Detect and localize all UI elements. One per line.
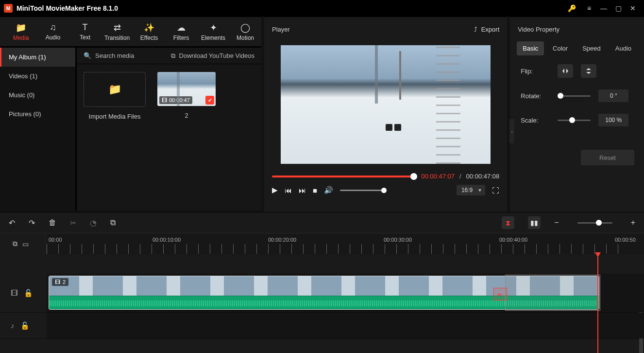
flip-vertical-button[interactable] [581,64,596,78]
flip-label: Flip: [521,68,550,75]
library-panel: 📁Media ♫Audio TText ⇄Transition ✨Effects… [0,17,261,212]
delete-button[interactable]: 🗑 [49,218,56,227]
minimize-button[interactable]: — [596,4,611,12]
player-title: Player [272,26,290,33]
lock-icon[interactable]: 🔓 [24,289,33,298]
main-tab-strip: 📁Media ♫Audio TText ⇄Transition ✨Effects… [0,17,261,48]
rotate-value[interactable]: 0 ° [598,89,628,102]
library-sidebar: My Album (1) Videos (1) Music (0) Pictur… [0,48,77,211]
player-panel: Player ⤴ Export 00:00:47:07 / 00:00:47:0… [264,17,507,212]
properties-panel: › Video Property Basic Color Speed Audio… [510,17,644,212]
thumbnail-caption: 2 [185,112,188,119]
transition-icon: ⇄ [101,22,133,33]
add-track-button[interactable]: ⧉ [13,240,17,248]
sidebar-item-my-album[interactable]: My Album (1) [0,48,75,67]
timeline-panel: ↶ ↷ 🗑 ✂ ◔ ⧉ ⧗ ▮▮ − + ⧉ ▭ 00:00 00:00:10:… [0,212,644,353]
crop-button[interactable]: ⧉ [110,218,116,227]
rotate-label: Rotate: [521,92,550,100]
collapse-properties-button[interactable]: › [509,119,514,143]
export-icon: ⤴ [474,26,477,33]
video-clip[interactable]: 🎞 2 [49,276,599,310]
next-frame-button[interactable]: ⏭ [299,186,306,194]
properties-title: Video Property [510,17,644,41]
zoom-out-button[interactable]: − [554,218,559,227]
folder-plus-icon: 📁 [108,83,121,96]
tab-filters[interactable]: ☁Filters [165,22,197,41]
tab-transition[interactable]: ⇄Transition [101,22,133,41]
search-placeholder: Search media [95,52,134,59]
speed-button[interactable]: ◔ [90,218,97,228]
scale-value[interactable]: 100 % [598,114,628,126]
remove-track-button[interactable]: ▭ [22,240,29,248]
app-logo: M [4,4,13,13]
export-button[interactable]: ⤴ Export [474,26,500,33]
checkmark-icon: ✔ [205,96,214,105]
scale-slider[interactable] [558,120,591,121]
key-icon[interactable]: 🔑 [564,4,579,12]
stop-button[interactable]: ■ [313,186,317,194]
menu-icon[interactable]: ≡ [582,4,596,12]
maximize-button[interactable]: ▢ [611,4,626,12]
prev-frame-button[interactable]: ⏮ [285,186,292,194]
timeline-ruler[interactable]: 00:00 00:00:10:00 00:00:20:00 00:00:30:0… [47,233,644,254]
import-media-button[interactable]: 📁 [84,72,146,107]
scale-label: Scale: [521,117,550,124]
sidebar-item-music[interactable]: Music (0) [0,86,75,105]
volume-icon[interactable]: 🔊 [324,186,333,194]
library-body: 🔍 Search media ⧉ Download YouTube Videos… [77,48,261,211]
fullscreen-button[interactable]: ⛶ [492,186,499,194]
lock-icon[interactable]: 🔓 [20,321,30,330]
split-button[interactable]: ✂ [70,218,76,228]
search-icon: 🔍 [84,52,91,59]
thumbnail-duration: 🎞 00:00:47 [159,96,192,104]
tab-elements[interactable]: ✦Elements [197,22,229,41]
tab-text[interactable]: TText [69,22,101,41]
text-icon: T [69,22,101,33]
playback-progress[interactable] [272,176,416,177]
trim-handle[interactable]: ⇤ [493,288,507,300]
prop-tab-audio[interactable]: Audio [610,41,637,55]
tab-audio[interactable]: ♫Audio [37,22,69,41]
aspect-ratio-select[interactable]: 16:9 [457,185,485,195]
play-button[interactable]: ▶ [272,186,278,194]
zoom-slider[interactable] [577,222,612,224]
total-time: 00:00:47:08 [466,173,500,180]
prop-tab-basic[interactable]: Basic [517,41,544,55]
zoom-in-button[interactable]: + [631,218,635,227]
volume-slider[interactable] [340,190,387,191]
audio-track: ♪ 🔓 [0,313,644,339]
close-button[interactable]: ✕ [626,4,640,12]
import-label: Import Media Files [89,113,141,120]
prop-tab-speed[interactable]: Speed [576,41,607,55]
undo-button[interactable]: ↶ [9,218,15,228]
tab-motion[interactable]: ◯Motion [229,22,261,41]
music-note-icon: ♫ [37,22,69,33]
sparkle-icon: ✨ [133,22,165,33]
sidebar-item-pictures[interactable]: Pictures (0) [0,105,75,124]
title-bar: M MiniTool MovieMaker Free 8.1.0 🔑 ≡ — ▢… [0,0,644,17]
clip-badge: 🎞 2 [52,278,68,286]
media-thumbnail[interactable]: 🎞 00:00:47 ✔ [157,72,216,106]
timeline-playhead[interactable] [597,254,598,353]
tab-effects[interactable]: ✨Effects [133,22,165,41]
download-icon: ⧉ [171,52,175,60]
star-icon: ✦ [197,22,229,33]
film-icon: 🎞 [55,279,60,285]
sidebar-item-videos[interactable]: Videos (1) [0,67,75,86]
video-preview[interactable] [264,41,507,168]
film-icon: 🎞 [162,97,167,103]
download-youtube-button[interactable]: ⧉ Download YouTube Videos [171,52,254,60]
search-input[interactable]: 🔍 Search media [84,52,134,59]
marker-button[interactable]: ⧗ [502,216,514,229]
cloud-icon: ☁ [165,22,197,33]
redo-button[interactable]: ↷ [29,218,35,228]
tab-media[interactable]: 📁Media [5,22,37,41]
video-track-icon: 🎞 [11,289,18,297]
snap-button[interactable]: ▮▮ [528,216,541,229]
flip-horizontal-button[interactable] [558,64,573,78]
prop-tab-color[interactable]: Color [547,41,574,55]
audio-track-icon: ♪ [11,321,15,330]
motion-icon: ◯ [229,22,261,33]
rotate-slider[interactable] [558,95,591,97]
reset-button[interactable]: Reset [581,150,634,165]
